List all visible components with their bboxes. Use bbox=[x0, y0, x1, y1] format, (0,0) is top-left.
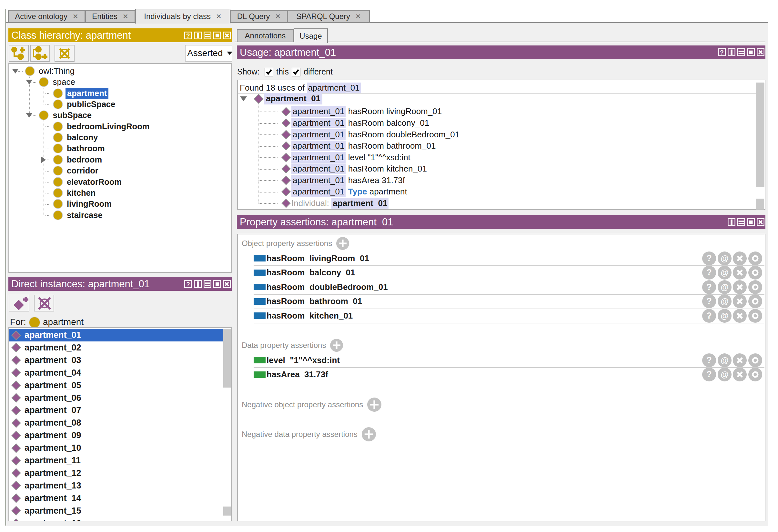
svg-text:?: ? bbox=[720, 49, 723, 56]
svg-text:@: @ bbox=[720, 370, 728, 379]
svg-text:@: @ bbox=[720, 268, 728, 277]
svg-text:?: ? bbox=[706, 268, 712, 277]
svg-text:@: @ bbox=[720, 311, 728, 320]
svg-text:?: ? bbox=[706, 355, 712, 365]
svg-text:@: @ bbox=[720, 297, 728, 306]
svg-text:?: ? bbox=[706, 369, 712, 379]
svg-text:@: @ bbox=[720, 282, 728, 291]
svg-text:?: ? bbox=[706, 282, 712, 292]
svg-text:?: ? bbox=[706, 311, 712, 321]
svg-text:@: @ bbox=[720, 253, 728, 262]
svg-text:?: ? bbox=[186, 32, 190, 39]
svg-text:?: ? bbox=[706, 296, 712, 306]
svg-text:?: ? bbox=[706, 253, 712, 263]
svg-text:@: @ bbox=[720, 355, 728, 364]
svg-text:?: ? bbox=[186, 281, 190, 288]
